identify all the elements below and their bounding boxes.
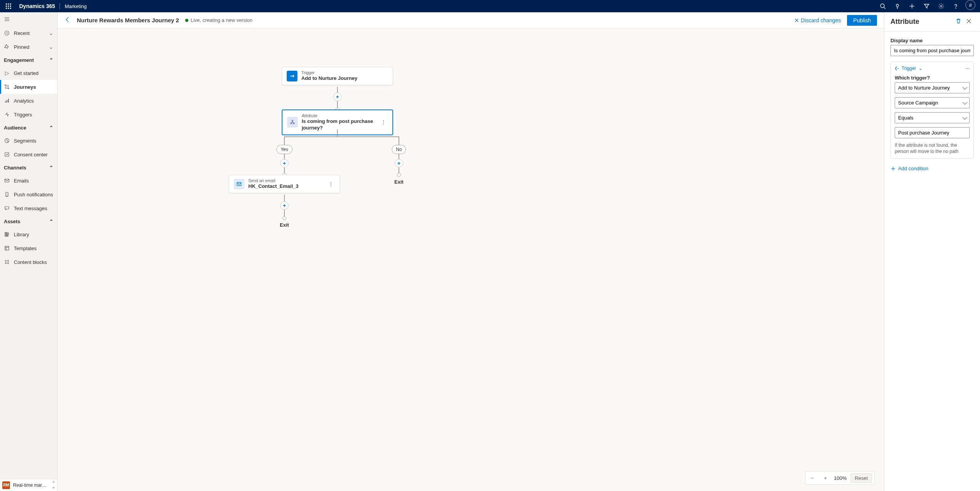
node-type-label: Send an email	[248, 178, 323, 183]
journey-canvas[interactable]: TriggerAdd to Nurture Journey + Attribut…	[58, 28, 884, 491]
svg-rect-4	[8, 6, 9, 7]
publish-button[interactable]: Publish	[847, 15, 877, 26]
global-topbar: Dynamics 365 Marketing #	[0, 0, 980, 12]
connector	[337, 129, 338, 136]
add-step-button[interactable]: +	[280, 159, 289, 168]
svg-rect-8	[10, 8, 11, 9]
back-button[interactable]	[65, 17, 71, 24]
nav-label: Content blocks	[14, 259, 53, 265]
nav-label: Recent	[14, 30, 45, 36]
page-title: Nurture Rewards Members Journey 2	[77, 17, 179, 23]
plus-icon[interactable]	[905, 0, 919, 12]
exit-label: Exit	[394, 179, 404, 185]
svg-point-43	[292, 120, 293, 121]
value-input[interactable]	[895, 127, 970, 138]
app-launcher-icon[interactable]	[2, 3, 15, 9]
node-title: Is coming from post purchase journey?	[302, 118, 375, 131]
nav-library[interactable]: Library	[0, 227, 57, 241]
help-icon[interactable]	[948, 0, 963, 12]
nav-label: Journeys	[14, 84, 53, 90]
nav-get-started[interactable]: ▷Get started	[0, 66, 57, 80]
nav-group-engagement[interactable]: Engagement⌃	[0, 54, 57, 66]
nav-recent[interactable]: Recent⌄	[0, 26, 57, 40]
svg-rect-32	[7, 232, 7, 236]
nav-pinned[interactable]: Pinned⌄	[0, 40, 57, 54]
account-avatar[interactable]: #	[965, 0, 975, 10]
which-trigger-select[interactable]	[895, 82, 970, 93]
module-name[interactable]: Marketing	[60, 3, 91, 9]
svg-point-30	[7, 196, 7, 196]
nav-group-audience[interactable]: Audience⌃	[0, 121, 57, 134]
nav-blocks[interactable]: Content blocks	[0, 255, 57, 269]
close-icon[interactable]	[964, 18, 974, 25]
svg-rect-34	[5, 246, 9, 250]
display-name-input[interactable]	[890, 45, 974, 56]
node-more-button[interactable]: ⋮	[327, 179, 335, 189]
svg-rect-23	[5, 101, 6, 103]
zoom-out-button[interactable]: −	[808, 475, 817, 481]
nav-label: Triggers	[14, 112, 53, 118]
exit-label: Exit	[280, 222, 289, 228]
search-icon[interactable]	[875, 0, 890, 12]
nav-label: Templates	[14, 246, 53, 251]
nav-segments[interactable]: Segments	[0, 134, 57, 148]
nav-sms[interactable]: Text messages	[0, 201, 57, 215]
area-switcher[interactable]: RM Real-time marketi… ⌃⌄	[0, 479, 57, 491]
nav-templates[interactable]: Templates	[0, 241, 57, 255]
canvas-node-email[interactable]: Send an emailHK_Contact_Email_3 ⋮	[229, 175, 340, 193]
node-more-button[interactable]: ⋮	[379, 118, 388, 127]
display-name-label: Display name	[890, 38, 974, 43]
which-trigger-label: Which trigger?	[895, 75, 970, 81]
add-step-button[interactable]: +	[395, 159, 403, 168]
branch-yes[interactable]: Yes	[276, 145, 292, 154]
node-title: Add to Nurture Journey	[301, 75, 388, 82]
discard-button[interactable]: Discard changes	[794, 17, 841, 23]
nav-analytics[interactable]: Analytics	[0, 94, 57, 108]
top-actions: #	[875, 0, 978, 12]
nav-consent[interactable]: Consent center	[0, 148, 57, 161]
connector	[284, 136, 285, 179]
nav-emails[interactable]: Emails	[0, 174, 57, 187]
gear-icon[interactable]	[934, 0, 948, 12]
nav-label: Pinned	[14, 44, 45, 50]
condition-more-button[interactable]: ⋯	[965, 66, 970, 71]
nav-triggers[interactable]: Triggers	[0, 108, 57, 121]
svg-point-16	[955, 8, 956, 8]
zoom-toolbar: − + 100% Reset	[805, 471, 875, 485]
svg-rect-33	[7, 233, 9, 236]
canvas-node-trigger[interactable]: TriggerAdd to Nurture Journey	[282, 67, 393, 85]
svg-point-21	[5, 85, 6, 86]
journey-status: Live, creating a new version	[185, 17, 252, 23]
nav-push[interactable]: Push notifications	[0, 187, 57, 201]
filter-icon[interactable]	[919, 0, 934, 12]
brand-name[interactable]: Dynamics 365	[15, 3, 60, 9]
area-label: Real-time marketi…	[13, 483, 49, 488]
nav-journeys[interactable]: Journeys	[0, 80, 57, 94]
nav-collapse-button[interactable]	[0, 12, 57, 26]
zoom-in-button[interactable]: +	[821, 475, 830, 481]
condition-type[interactable]: Trigger	[902, 66, 916, 71]
add-step-button[interactable]: +	[280, 201, 289, 210]
nav-label: Get started	[14, 70, 53, 76]
nav-label: Segments	[14, 138, 53, 144]
chevron-updown-icon: ⌃⌄	[52, 481, 55, 489]
nav-label: Analytics	[14, 98, 53, 104]
operator-select[interactable]	[895, 112, 970, 123]
add-condition-button[interactable]: Add condition	[890, 164, 974, 171]
zoom-reset-button[interactable]: Reset	[850, 473, 872, 483]
nav-group-assets[interactable]: Assets⌃	[0, 215, 57, 227]
svg-rect-7	[8, 8, 9, 9]
nav-group-channels[interactable]: Channels⌃	[0, 161, 57, 174]
delete-button[interactable]	[953, 18, 964, 25]
area-badge: RM	[2, 481, 10, 489]
svg-line-10	[884, 7, 885, 9]
connector	[284, 136, 399, 137]
nav-label: Consent center	[14, 152, 53, 158]
field-select[interactable]	[895, 97, 970, 108]
lightbulb-icon[interactable]	[890, 0, 905, 12]
add-step-button[interactable]: +	[333, 93, 342, 101]
chevron-down-icon[interactable]: ⌄	[919, 66, 922, 71]
branch-no[interactable]: No	[392, 145, 406, 154]
svg-point-15	[940, 5, 942, 7]
panel-title: Attribute	[890, 18, 953, 26]
